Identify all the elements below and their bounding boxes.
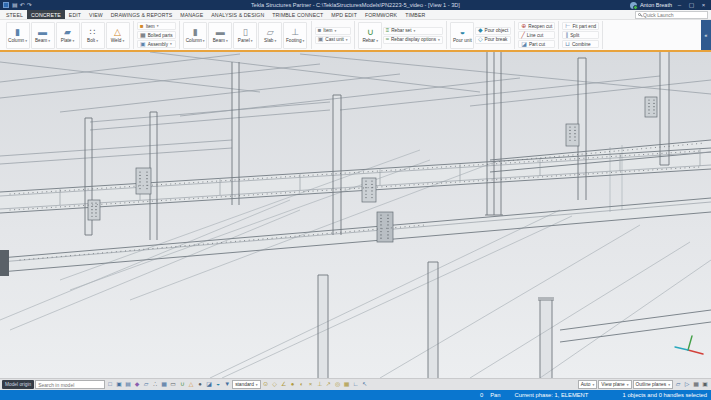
chevron-down-icon: ▾ — [72, 39, 74, 43]
select-surfaces-icon[interactable]: ▱ — [142, 380, 150, 389]
ribbon-button-split[interactable]: ∥Split — [562, 31, 599, 39]
ribbon-button-panel[interactable]: ▯Panel▾ — [233, 22, 257, 49]
snap-extension-icon[interactable]: ↗ — [325, 380, 333, 389]
tab-steel[interactable]: STEEL — [2, 10, 27, 19]
snap-nearest-icon[interactable]: ∠ — [280, 380, 288, 389]
ribbon-button-reopen-cut[interactable]: ⊕Reopen cut — [518, 22, 555, 30]
select-components-icon[interactable]: ◆ — [133, 380, 141, 389]
snap-perpendicular-icon[interactable]: ⊥ — [316, 380, 324, 389]
selection-filter-dropdown[interactable]: standard ▾ — [232, 380, 260, 389]
undo-icon[interactable]: ↶ — [20, 1, 25, 9]
redo-icon[interactable]: ↷ — [27, 1, 32, 9]
bolt-icon: ∷ — [90, 27, 96, 37]
snap-intersection-icon[interactable]: × — [307, 380, 315, 389]
flight-mode-icon[interactable]: ▷ — [683, 380, 691, 389]
select-points-icon[interactable]: ∴ — [151, 380, 159, 389]
tab-trimble-connect[interactable]: TRIMBLE CONNECT — [268, 10, 327, 19]
select-views-icon[interactable]: ▭ — [169, 380, 177, 389]
ribbon-button-column[interactable]: ▮Column▾ — [183, 22, 207, 49]
ribbon-button-bolt[interactable]: ∷Bolt▾ — [81, 22, 105, 49]
ribbon-button-pour-unit[interactable]: ◒Pour unit — [450, 22, 474, 49]
tab-analysis-design[interactable]: ANALYSIS & DESIGN — [207, 10, 268, 19]
ribbon-button-item[interactable]: ■Item▾ — [315, 27, 351, 35]
ribbon-button-plate[interactable]: ▰Plate▾ — [56, 22, 80, 49]
ribbon-button-pour-break[interactable]: ◇Pour break — [475, 36, 511, 44]
label-text: Part cut — [529, 42, 545, 47]
tab-timber[interactable]: TIMBER — [401, 10, 429, 19]
select-pours-icon[interactable]: ◒ — [214, 380, 222, 389]
model-origin-chip[interactable]: Model origin — [2, 380, 34, 389]
ribbon-button-footing[interactable]: ⊥Footing▾ — [283, 22, 307, 49]
ribbon-button-column[interactable]: ▮Column▾ — [6, 22, 30, 49]
plane-mode-dropdown[interactable]: Auto ▾ — [578, 380, 598, 389]
tab-mpd-edit[interactable]: MPD EDIT — [327, 10, 361, 19]
ribbon-button-rebar-display-options[interactable]: ≈Rebar display options▾ — [383, 36, 443, 44]
ribbon-button-beam[interactable]: ▬Beam▾ — [31, 22, 55, 49]
ribbon-button-pour-object[interactable]: ◆Pour object — [475, 27, 511, 35]
view-plane-dropdown[interactable]: View plane ▾ — [598, 380, 631, 389]
maximize-button[interactable]: ▢ — [687, 0, 696, 10]
outline-planes-dropdown[interactable]: Outline planes ▾ — [633, 380, 673, 389]
ortho-icon[interactable]: ∟ — [352, 380, 360, 389]
save-icon[interactable]: ▤ — [12, 1, 18, 9]
close-button[interactable]: × — [699, 0, 708, 10]
ribbon-collapse-strip[interactable]: « — [701, 20, 711, 50]
tab-edit[interactable]: EDIT — [65, 10, 85, 19]
ribbon-button-line-cut[interactable]: ╱Line cut — [518, 31, 555, 39]
model-search-input[interactable] — [35, 380, 105, 389]
ribbon-group: ⊕Reopen cut╱Line cut◪Part cut — [515, 21, 559, 49]
ribbon-group: ⊢Fit part end∥Split⊔Combine — [559, 21, 603, 49]
ribbon-button-item[interactable]: ■Item▾ — [137, 22, 176, 30]
tab-view[interactable]: VIEW — [85, 10, 107, 19]
minimize-button[interactable]: – — [675, 0, 684, 10]
steel-beam-icon: ▬ — [38, 27, 47, 37]
snap-grid-icon[interactable]: ▦ — [343, 380, 351, 389]
select-cuts-icon[interactable]: ◪ — [205, 380, 213, 389]
select-welds-icon[interactable]: △ — [187, 380, 195, 389]
ribbon-button-assembly[interactable]: ▣Assembly▾ — [137, 40, 176, 48]
snap-center-icon[interactable]: ◎ — [334, 380, 342, 389]
select-assemblies-icon[interactable]: ▤ — [124, 380, 132, 389]
grid-visibility-icon[interactable]: ▦ — [692, 380, 700, 389]
ribbon-button-fit-part-end[interactable]: ⊢Fit part end — [562, 22, 599, 30]
select-all-icon[interactable]: □ — [106, 380, 114, 389]
quick-launch[interactable] — [635, 11, 709, 19]
model-viewport[interactable] — [0, 52, 711, 378]
select-parts-icon[interactable]: ▣ — [115, 380, 123, 389]
chevron-down-icon: ▾ — [157, 24, 159, 28]
ribbon-button-slab[interactable]: ▱Slab▾ — [258, 22, 282, 49]
tab-formwork[interactable]: FORMWORK — [361, 10, 401, 19]
ribbon-button-combine[interactable]: ⊔Combine — [562, 40, 599, 48]
ribbon-button-rebar-set[interactable]: ≡Rebar set▾ — [383, 27, 443, 35]
snap-switches: ⊙◇∠●◐×⊥↗◎▦∟↖ — [262, 380, 369, 389]
select-rebar-icon[interactable]: ∪ — [178, 380, 186, 389]
ribbon-button-weld[interactable]: △Weld▾ — [106, 22, 130, 49]
ribbon-button-beam[interactable]: ▬Beam▾ — [208, 22, 232, 49]
ribbon-button-part-cut[interactable]: ◪Part cut — [518, 40, 555, 48]
drag-drop-icon[interactable]: ↖ — [361, 380, 369, 389]
tab-drawings-reports[interactable]: DRAWINGS & REPORTS — [107, 10, 176, 19]
select-filter-icon[interactable]: ▼ — [223, 380, 231, 389]
ribbon-group: ◒Pour unit◆Pour object◇Pour break — [447, 21, 515, 49]
tab-manage[interactable]: MANAGE — [176, 10, 207, 19]
select-bolts-icon[interactable]: ● — [196, 380, 204, 389]
pour-object-icon: ◆ — [478, 27, 483, 34]
ribbon-button-cast-unit[interactable]: ▣Cast unit▾ — [315, 36, 351, 44]
snap-reference-icon[interactable]: ⊙ — [262, 380, 270, 389]
ribbon-group: ■Item▾▣Cast unit▾ — [312, 21, 355, 49]
quick-launch-input[interactable] — [643, 12, 705, 18]
snap-endpoint-icon[interactable]: ● — [289, 380, 297, 389]
user-name[interactable]: Anton Breath — [640, 2, 672, 8]
snap-midpoint-icon[interactable]: ◐ — [298, 380, 306, 389]
screenshot-icon[interactable]: ▣ — [701, 380, 709, 389]
ribbon-button-rebar[interactable]: ∪Rebar▾ — [358, 22, 382, 49]
tab-concrete[interactable]: CONCRETE — [27, 10, 65, 19]
user-avatar[interactable] — [630, 2, 637, 9]
label-text: Slab — [264, 38, 273, 43]
ribbon-button-bolted-parts[interactable]: ▦Bolted parts — [137, 31, 176, 39]
ribbon-button-label: Beam▾ — [35, 38, 50, 43]
workplane-icon[interactable]: ▱ — [674, 380, 682, 389]
reopen-cut-icon: ⊕ — [521, 23, 526, 30]
snap-geometry-icon[interactable]: ◇ — [271, 380, 279, 389]
select-grids-icon[interactable]: ▦ — [160, 380, 168, 389]
